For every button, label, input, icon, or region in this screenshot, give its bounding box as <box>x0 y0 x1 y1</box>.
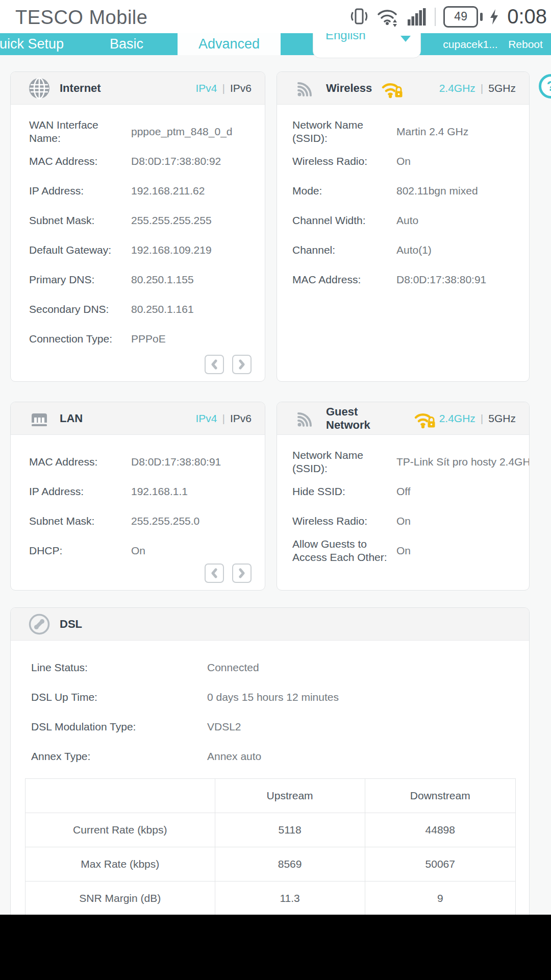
help-question-icon: ? <box>546 78 551 94</box>
table-cell: 50067 <box>365 847 515 881</box>
next-page-button[interactable] <box>232 564 252 583</box>
tab-separator: | <box>222 412 225 425</box>
status-divider <box>435 8 436 26</box>
field-value: 192.168.109.219 <box>131 244 212 256</box>
table-header-cell: Upstream <box>215 779 365 813</box>
field-label: Allow Guests to Access Each Other: <box>292 537 396 564</box>
field-label: DSL Modulation Type: <box>31 720 207 733</box>
lan-card: LAN IPv4 | IPv6 MAC Address: D8:0D:17:38… <box>10 402 265 591</box>
field-value: D8:0D:17:38:80:92 <box>131 155 221 167</box>
battery-percent: 49 <box>454 10 467 23</box>
wifi-secured-icon <box>413 407 439 430</box>
reboot-button[interactable]: Reboot <box>506 33 545 55</box>
guest-card-header: Guest Network 2.4GHz | 5GHz <box>277 402 529 435</box>
wireless-arcs-icon <box>294 77 317 100</box>
table-row: SNR Margin (dB) 11.3 9 <box>26 881 516 916</box>
field-row: IP Address: 192.168.1.1 <box>29 477 265 506</box>
field-label: WAN Interface Name: <box>29 118 131 145</box>
help-button[interactable]: ? <box>539 74 551 99</box>
field-row: Connection Type: PPPoE <box>29 324 265 354</box>
field-label: MAC Address: <box>29 155 131 168</box>
field-label: Channel: <box>292 243 396 257</box>
field-row: Annex Type: Annex auto <box>31 742 529 771</box>
battery-icon: 49 <box>443 6 478 28</box>
field-row: Network Name (SSID): TP-Link Sít pro hos… <box>292 447 529 477</box>
field-row: WAN Interface Name: pppoe_ptm_848_0_d <box>29 117 265 146</box>
wifi-secured-icon <box>380 77 407 100</box>
table-cell: 5118 <box>215 813 365 847</box>
field-value: Annex auto <box>207 750 261 763</box>
guest-card-title: Guest Network <box>326 405 405 432</box>
guest-24ghz-tab[interactable]: 2.4GHz <box>439 412 475 425</box>
dsl-card-header: DSL <box>11 608 529 641</box>
wireless-card-title: Wireless <box>326 82 372 95</box>
field-value: 255.255.255.0 <box>131 515 199 527</box>
username-menu[interactable]: cupacek1... <box>438 33 503 55</box>
field-label: Annex Type: <box>31 750 207 763</box>
guest-5ghz-tab[interactable]: 5GHz <box>488 412 516 425</box>
field-row: DSL Up Time: 0 days 15 hours 12 minutes <box>31 682 529 712</box>
table-header-cell <box>26 779 215 813</box>
wifi-icon <box>377 7 399 27</box>
field-value: 802.11bgn mixed <box>396 185 478 197</box>
field-row: Primary DNS: 80.250.1.155 <box>29 265 265 295</box>
top-nav-bar: Quick Setup Basic Advanced cupacek1... R… <box>0 33 551 55</box>
prev-page-button[interactable] <box>205 355 224 374</box>
internet-card-header: Internet IPv4 | IPv6 <box>11 72 265 105</box>
vibrate-icon <box>349 7 369 27</box>
chevron-left-icon <box>211 568 218 578</box>
field-value: Off <box>396 485 411 498</box>
field-value: 192.168.211.62 <box>131 185 205 197</box>
status-bar: TESCO Mobile <box>0 0 551 33</box>
wireless-card: Wireless 2.4GHz | 5GHz <box>277 71 530 382</box>
guest-network-card: Guest Network 2.4GHz | 5GHz <box>277 402 530 591</box>
tab-separator: | <box>222 82 225 94</box>
android-nav-bar <box>0 915 551 980</box>
field-label: Network Name (SSID): <box>292 118 396 145</box>
field-value: On <box>396 545 411 557</box>
prev-page-button[interactable] <box>205 564 224 583</box>
tab-quick-setup[interactable]: Quick Setup <box>0 33 64 55</box>
internet-ipv6-tab[interactable]: IPv6 <box>230 82 252 94</box>
field-row: DSL Modulation Type: VDSL2 <box>31 712 529 742</box>
field-value: PPPoE <box>131 333 166 345</box>
field-label: Connection Type: <box>29 332 131 346</box>
next-page-button[interactable] <box>232 355 252 374</box>
field-label: Secondary DNS: <box>29 303 131 316</box>
field-label: Channel Width: <box>292 214 396 227</box>
field-label: IP Address: <box>29 485 131 498</box>
carrier-label: TESCO Mobile <box>15 0 147 33</box>
field-value: D8:0D:17:38:80:91 <box>396 274 486 286</box>
field-value: D8:0D:17:38:80:91 <box>131 456 221 468</box>
wireless-5ghz-tab[interactable]: 5GHz <box>488 82 516 94</box>
tab-advanced[interactable]: Advanced <box>178 33 281 55</box>
field-row: Wireless Radio: On <box>292 506 529 536</box>
field-row: DHCP: On <box>29 536 265 566</box>
table-row: Current Rate (kbps) 5118 44898 <box>26 813 516 847</box>
table-cell: Max Rate (kbps) <box>26 847 215 881</box>
field-row: Network Name (SSID): Martin 2.4 GHz <box>292 117 529 146</box>
field-value: On <box>396 155 411 167</box>
field-row: MAC Address: D8:0D:17:38:80:91 <box>292 265 529 295</box>
field-row: Subnet Mask: 255.255.255.0 <box>29 506 265 536</box>
field-label: MAC Address: <box>292 273 396 286</box>
tab-separator: | <box>481 82 483 94</box>
field-label: Subnet Mask: <box>29 514 131 528</box>
tab-basic[interactable]: Basic <box>97 33 156 55</box>
field-value: 0 days 15 hours 12 minutes <box>207 691 339 703</box>
field-label: Line Status: <box>31 661 207 674</box>
wireless-24ghz-tab[interactable]: 2.4GHz <box>439 82 475 94</box>
table-cell: 8569 <box>215 847 365 881</box>
field-value: On <box>396 515 411 527</box>
field-label: DHCP: <box>29 544 131 557</box>
chevron-left-icon <box>211 359 218 370</box>
field-label: Default Gateway: <box>29 243 131 257</box>
internet-ipv4-tab[interactable]: IPv4 <box>195 82 217 94</box>
field-label: Mode: <box>292 184 396 198</box>
field-label: Wireless Radio: <box>292 155 396 168</box>
field-value: VDSL2 <box>207 721 241 733</box>
field-row: MAC Address: D8:0D:17:38:80:91 <box>29 447 265 477</box>
lan-ipv6-tab[interactable]: IPv6 <box>230 412 252 425</box>
phone-dsl-icon <box>28 613 51 635</box>
lan-ipv4-tab[interactable]: IPv4 <box>195 412 217 425</box>
